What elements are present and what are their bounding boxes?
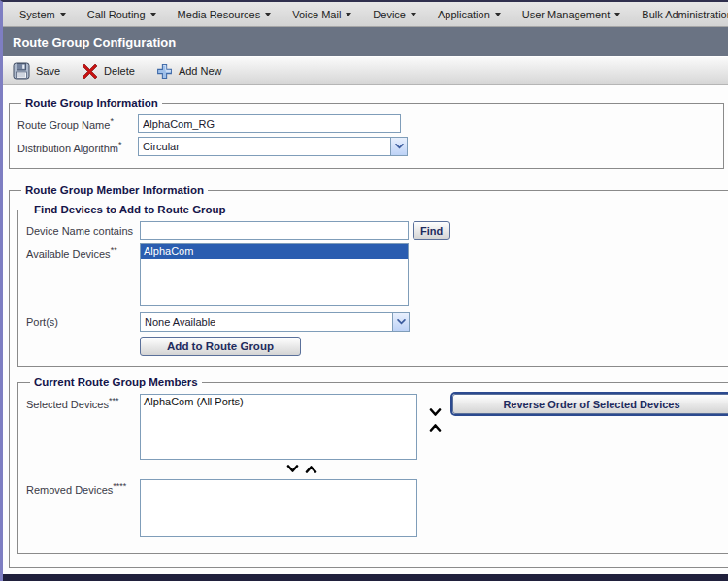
distribution-algorithm-select[interactable]: Circular [138, 137, 408, 156]
current-route-group-members-section: Current Route Group Members Selected Dev… [17, 376, 728, 554]
add-to-route-group-button[interactable]: Add to Route Group [140, 337, 301, 356]
delete-button[interactable]: Delete [82, 63, 135, 80]
distribution-algorithm-label: Distribution Algorithm* [17, 140, 138, 154]
menu-label: Application [438, 9, 490, 20]
move-up-icon[interactable] [429, 422, 442, 434]
action-toolbar: Save Delete Add New [3, 56, 728, 85]
add-plus-icon [156, 63, 173, 80]
device-name-contains-input[interactable] [140, 221, 409, 240]
menu-label: User Management [522, 9, 611, 20]
ports-label: Port(s) [26, 316, 140, 328]
menu-call-routing[interactable]: Call Routing [77, 2, 167, 26]
move-down-icon[interactable] [429, 407, 442, 419]
menu-label: Call Routing [87, 9, 146, 20]
add-new-label: Add New [179, 65, 222, 77]
menu-media-resources[interactable]: Media Resources [167, 2, 282, 26]
dropdown-arrow-icon [346, 13, 351, 16]
delete-label: Delete [104, 65, 135, 77]
required-marker: * [118, 140, 122, 149]
select-arrow-icon [390, 138, 407, 155]
selected-option: None Available [141, 316, 392, 328]
section-legend: Route Group Information [25, 97, 158, 109]
menu-label: Device [373, 9, 406, 20]
route-group-name-label: Route Group Name* [17, 116, 138, 131]
route-group-configuration-page: { "menu_bar": { "items": [ {"label": "Sy… [0, 0, 728, 581]
form-content: Route Group Information Route Group Name… [3, 85, 728, 581]
section-legend: Route Group Member Information [25, 184, 204, 196]
selected-option: Circular [139, 141, 390, 152]
available-devices-label: Available Devices** [26, 243, 140, 260]
menu-label: Bulk Administration [642, 9, 728, 20]
reverse-order-button[interactable]: Reverse Order of Selected Devices [452, 394, 728, 414]
dropdown-arrow-icon [614, 13, 620, 16]
save-icon [13, 62, 30, 80]
bottom-divider-bar [3, 574, 728, 581]
dropdown-arrow-icon [265, 13, 271, 16]
selected-devices-listbox[interactable]: AlphaCom (All Ports) [140, 394, 417, 460]
add-new-button[interactable]: Add New [156, 63, 222, 80]
dropdown-arrow-icon [495, 13, 501, 16]
section-legend: Find Devices to Add to Route Group [34, 204, 226, 215]
main-menu-bar: System Call Routing Media Resources Voic… [3, 2, 728, 27]
menu-label: Media Resources [178, 9, 261, 20]
section-legend: Current Route Group Members [34, 376, 198, 388]
removed-devices-listbox[interactable] [140, 479, 417, 537]
required-marker: * [110, 116, 114, 126]
required-marker: *** [109, 396, 119, 405]
find-devices-section: Find Devices to Add to Route Group Devic… [17, 204, 728, 367]
dropdown-arrow-icon [60, 13, 66, 16]
menu-application[interactable]: Application [427, 2, 512, 26]
removed-devices-label: Removed Devices**** [26, 479, 140, 496]
find-button[interactable]: Find [413, 221, 450, 240]
menu-device[interactable]: Device [362, 2, 427, 26]
required-marker: **** [113, 481, 126, 491]
save-label: Save [36, 65, 60, 77]
dropdown-arrow-icon [411, 13, 416, 16]
route-group-name-input[interactable] [138, 114, 401, 133]
transfer-arrows [286, 464, 728, 475]
save-button[interactable]: Save [13, 62, 60, 80]
delete-icon [82, 63, 98, 80]
reorder-arrows [429, 407, 442, 434]
menu-label: System [19, 9, 55, 20]
menu-user-management[interactable]: User Management [512, 2, 632, 26]
select-arrow-icon [392, 313, 409, 331]
route-group-member-information-section: Route Group Member Information Find Devi… [9, 184, 728, 568]
route-group-information-section: Route Group Information Route Group Name… [9, 97, 724, 169]
menu-label: Voice Mail [292, 9, 341, 20]
dropdown-arrow-icon [150, 13, 156, 16]
required-marker: ** [111, 245, 117, 255]
ports-select[interactable]: None Available [140, 312, 410, 332]
selected-devices-label: Selected Devices*** [26, 394, 140, 410]
device-name-contains-label: Device Name contains [26, 225, 140, 237]
move-to-selected-icon[interactable] [305, 464, 317, 475]
menu-voice-mail[interactable]: Voice Mail [281, 2, 362, 26]
page-title-bar: Route Group Configuration [3, 27, 728, 56]
menu-system[interactable]: System [9, 2, 77, 26]
list-item[interactable]: AlphaCom (All Ports) [141, 395, 416, 409]
move-to-removed-icon[interactable] [286, 464, 299, 475]
list-item[interactable]: AlphaCom [141, 244, 408, 259]
menu-bulk-administration[interactable]: Bulk Administration [631, 2, 728, 26]
page-title: Route Group Configuration [13, 35, 176, 49]
available-devices-listbox[interactable]: AlphaCom [140, 243, 409, 306]
